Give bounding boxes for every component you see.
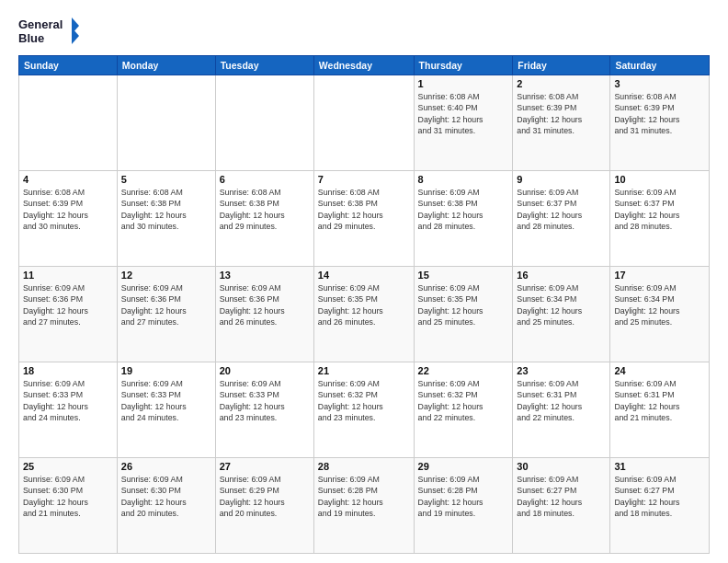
calendar-header-row: SundayMondayTuesdayWednesdayThursdayFrid… <box>19 56 710 75</box>
calendar-cell: 2Sunrise: 6:08 AMSunset: 6:39 PMDaylight… <box>513 75 610 171</box>
day-info: Sunrise: 6:09 AMSunset: 6:33 PMDaylight:… <box>121 378 211 423</box>
day-info: Sunrise: 6:08 AMSunset: 6:38 PMDaylight:… <box>121 187 211 232</box>
calendar-week-row: 1Sunrise: 6:08 AMSunset: 6:40 PMDaylight… <box>19 75 710 171</box>
calendar-week-row: 18Sunrise: 6:09 AMSunset: 6:33 PMDayligh… <box>19 362 710 458</box>
calendar-header-friday: Friday <box>513 56 610 75</box>
day-info: Sunrise: 6:09 AMSunset: 6:32 PMDaylight:… <box>318 378 410 423</box>
day-info: Sunrise: 6:09 AMSunset: 6:27 PMDaylight:… <box>614 474 705 519</box>
day-info: Sunrise: 6:09 AMSunset: 6:33 PMDaylight:… <box>23 378 113 423</box>
day-number: 13 <box>220 270 310 281</box>
page: General Blue SundayMondayTuesdayWednesda… <box>0 0 728 563</box>
day-info: Sunrise: 6:09 AMSunset: 6:30 PMDaylight:… <box>23 474 113 519</box>
calendar-cell: 18Sunrise: 6:09 AMSunset: 6:33 PMDayligh… <box>19 362 118 458</box>
day-number: 12 <box>121 270 211 281</box>
calendar-cell: 13Sunrise: 6:09 AMSunset: 6:36 PMDayligh… <box>215 267 313 362</box>
calendar-cell: 29Sunrise: 6:09 AMSunset: 6:28 PMDayligh… <box>414 458 513 554</box>
calendar-cell: 8Sunrise: 6:09 AMSunset: 6:38 PMDaylight… <box>414 171 513 267</box>
day-number: 25 <box>23 461 113 472</box>
logo-svg: General Blue <box>18 15 83 48</box>
svg-marker-3 <box>72 28 79 44</box>
day-number: 23 <box>517 365 606 376</box>
day-info: Sunrise: 6:08 AMSunset: 6:39 PMDaylight:… <box>517 91 606 136</box>
day-number: 29 <box>418 461 509 472</box>
calendar-cell <box>313 75 414 171</box>
day-number: 7 <box>318 174 410 185</box>
day-number: 10 <box>614 174 705 185</box>
calendar-cell: 7Sunrise: 6:08 AMSunset: 6:38 PMDaylight… <box>313 171 414 267</box>
day-info: Sunrise: 6:09 AMSunset: 6:32 PMDaylight:… <box>418 378 509 423</box>
calendar-header-sunday: Sunday <box>19 56 118 75</box>
day-info: Sunrise: 6:09 AMSunset: 6:30 PMDaylight:… <box>121 474 211 519</box>
day-info: Sunrise: 6:09 AMSunset: 6:38 PMDaylight:… <box>418 187 509 232</box>
day-number: 14 <box>318 270 410 281</box>
calendar-cell: 19Sunrise: 6:09 AMSunset: 6:33 PMDayligh… <box>117 362 215 458</box>
calendar-cell: 17Sunrise: 6:09 AMSunset: 6:34 PMDayligh… <box>610 267 710 362</box>
day-number: 24 <box>614 365 705 376</box>
day-number: 9 <box>517 174 606 185</box>
day-number: 2 <box>517 78 606 89</box>
calendar-cell: 4Sunrise: 6:08 AMSunset: 6:39 PMDaylight… <box>19 171 118 267</box>
calendar-cell: 1Sunrise: 6:08 AMSunset: 6:40 PMDaylight… <box>414 75 513 171</box>
calendar-cell: 16Sunrise: 6:09 AMSunset: 6:34 PMDayligh… <box>513 267 610 362</box>
calendar-header-monday: Monday <box>117 56 215 75</box>
day-info: Sunrise: 6:09 AMSunset: 6:37 PMDaylight:… <box>517 187 606 232</box>
calendar-cell: 14Sunrise: 6:09 AMSunset: 6:35 PMDayligh… <box>313 267 414 362</box>
calendar-cell: 24Sunrise: 6:09 AMSunset: 6:31 PMDayligh… <box>610 362 710 458</box>
calendar-cell: 31Sunrise: 6:09 AMSunset: 6:27 PMDayligh… <box>610 458 710 554</box>
day-info: Sunrise: 6:09 AMSunset: 6:34 PMDaylight:… <box>517 282 606 327</box>
header: General Blue <box>18 15 710 48</box>
calendar-week-row: 25Sunrise: 6:09 AMSunset: 6:30 PMDayligh… <box>19 458 710 554</box>
day-info: Sunrise: 6:09 AMSunset: 6:31 PMDaylight:… <box>517 378 606 423</box>
day-info: Sunrise: 6:09 AMSunset: 6:28 PMDaylight:… <box>318 474 410 519</box>
day-number: 21 <box>318 365 410 376</box>
day-number: 6 <box>220 174 310 185</box>
calendar-cell: 9Sunrise: 6:09 AMSunset: 6:37 PMDaylight… <box>513 171 610 267</box>
day-number: 28 <box>318 461 410 472</box>
day-number: 8 <box>418 174 509 185</box>
day-number: 20 <box>220 365 310 376</box>
calendar-cell: 21Sunrise: 6:09 AMSunset: 6:32 PMDayligh… <box>313 362 414 458</box>
day-info: Sunrise: 6:08 AMSunset: 6:39 PMDaylight:… <box>614 91 705 136</box>
calendar-cell: 28Sunrise: 6:09 AMSunset: 6:28 PMDayligh… <box>313 458 414 554</box>
day-number: 27 <box>220 461 310 472</box>
calendar-cell: 12Sunrise: 6:09 AMSunset: 6:36 PMDayligh… <box>117 267 215 362</box>
day-number: 19 <box>121 365 211 376</box>
calendar-cell: 25Sunrise: 6:09 AMSunset: 6:30 PMDayligh… <box>19 458 118 554</box>
day-number: 31 <box>614 461 705 472</box>
logo: General Blue <box>18 15 83 48</box>
day-info: Sunrise: 6:08 AMSunset: 6:38 PMDaylight:… <box>220 187 310 232</box>
svg-text:General: General <box>18 17 63 31</box>
day-number: 16 <box>517 270 606 281</box>
day-number: 4 <box>23 174 113 185</box>
day-number: 18 <box>23 365 113 376</box>
day-number: 3 <box>614 78 705 89</box>
calendar-cell: 5Sunrise: 6:08 AMSunset: 6:38 PMDaylight… <box>117 171 215 267</box>
day-info: Sunrise: 6:09 AMSunset: 6:28 PMDaylight:… <box>418 474 509 519</box>
calendar-cell: 10Sunrise: 6:09 AMSunset: 6:37 PMDayligh… <box>610 171 710 267</box>
day-info: Sunrise: 6:09 AMSunset: 6:31 PMDaylight:… <box>614 378 705 423</box>
day-number: 22 <box>418 365 509 376</box>
calendar-header-wednesday: Wednesday <box>313 56 414 75</box>
day-info: Sunrise: 6:09 AMSunset: 6:37 PMDaylight:… <box>614 187 705 232</box>
calendar-week-row: 4Sunrise: 6:08 AMSunset: 6:39 PMDaylight… <box>19 171 710 267</box>
calendar-header-tuesday: Tuesday <box>215 56 313 75</box>
calendar-cell: 6Sunrise: 6:08 AMSunset: 6:38 PMDaylight… <box>215 171 313 267</box>
day-info: Sunrise: 6:09 AMSunset: 6:35 PMDaylight:… <box>418 282 509 327</box>
calendar-cell <box>19 75 118 171</box>
day-number: 1 <box>418 78 509 89</box>
calendar-cell: 3Sunrise: 6:08 AMSunset: 6:39 PMDaylight… <box>610 75 710 171</box>
day-number: 11 <box>23 270 113 281</box>
day-info: Sunrise: 6:08 AMSunset: 6:40 PMDaylight:… <box>418 91 509 136</box>
day-number: 17 <box>614 270 705 281</box>
calendar-week-row: 11Sunrise: 6:09 AMSunset: 6:36 PMDayligh… <box>19 267 710 362</box>
calendar-cell: 26Sunrise: 6:09 AMSunset: 6:30 PMDayligh… <box>117 458 215 554</box>
day-info: Sunrise: 6:09 AMSunset: 6:35 PMDaylight:… <box>318 282 410 327</box>
day-info: Sunrise: 6:09 AMSunset: 6:34 PMDaylight:… <box>614 282 705 327</box>
calendar-cell: 11Sunrise: 6:09 AMSunset: 6:36 PMDayligh… <box>19 267 118 362</box>
calendar: SundayMondayTuesdayWednesdayThursdayFrid… <box>18 55 710 554</box>
calendar-cell: 22Sunrise: 6:09 AMSunset: 6:32 PMDayligh… <box>414 362 513 458</box>
day-number: 15 <box>418 270 509 281</box>
day-number: 5 <box>121 174 211 185</box>
day-info: Sunrise: 6:08 AMSunset: 6:38 PMDaylight:… <box>318 187 410 232</box>
calendar-cell: 30Sunrise: 6:09 AMSunset: 6:27 PMDayligh… <box>513 458 610 554</box>
